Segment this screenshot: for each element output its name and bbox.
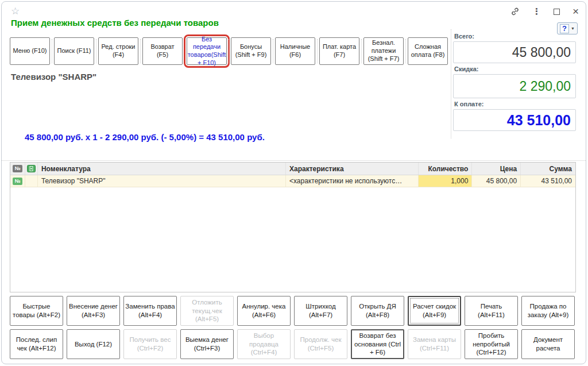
current-item-title: Телевизор "SHARP": [11, 72, 96, 82]
change-rights-button[interactable]: Заменить права (Alt+F4): [123, 296, 177, 326]
select-seller-button: Выбор продавца (Ctrl+F4): [237, 329, 291, 359]
price-column-header[interactable]: Цена: [472, 163, 521, 175]
favorite-star-icon[interactable]: ☆: [11, 5, 20, 17]
bottom-buttons-row2: Послед. слип чек (Alt+F12) Выход (F12) П…: [10, 329, 575, 359]
discount-field: 2 290,00: [453, 74, 576, 98]
row-money-cell: [25, 175, 38, 187]
no-goods-transfer-button[interactable]: Без передачи товаров(Shift + F10): [187, 37, 227, 65]
panel-divider: [451, 29, 451, 138]
page-title: Прием денежных средств без передачи това…: [11, 18, 219, 28]
price-cell[interactable]: 45 800,00: [472, 175, 521, 187]
number-column-header: №: [10, 163, 25, 175]
table-divider: [2, 160, 586, 161]
window-controls: ⋮ ×: [510, 6, 579, 17]
items-table[interactable]: № Номенклатура Характеристика Количество…: [10, 162, 576, 292]
void-receipt-button[interactable]: Аннулир. чека (Alt+F6): [237, 296, 291, 326]
get-weight-button: Получить вес (Ctrl+F2): [123, 329, 177, 359]
row-number-icon: №: [13, 165, 22, 172]
return-without-basis-button[interactable]: Возврат без основания (Ctrl + F6): [351, 329, 404, 359]
quantity-column-header[interactable]: Количество: [419, 163, 473, 175]
characteristic-cell[interactable]: <характеристики не используютс…: [286, 175, 419, 187]
price-calculation-formula: 45 800,00 руб. x 1 - 2 290,00 руб. (- 5,…: [25, 132, 265, 142]
replace-card-button: Замена карты (Ctrl+F11): [408, 329, 461, 359]
sale-by-order-button[interactable]: Продажа по заказу (Alt+9): [521, 296, 575, 326]
payable-label: К оплате:: [454, 101, 576, 107]
cash-button[interactable]: Наличные (F6): [275, 37, 315, 65]
payable-field: 43 510,00: [453, 109, 576, 131]
return-button[interactable]: Возврат (F5): [142, 37, 183, 65]
row-number-badge: №: [13, 178, 22, 185]
quick-goods-button[interactable]: Быстрые товары (Alt+F2): [10, 296, 63, 326]
table-row[interactable]: № Телевизор "SHARP" <характеристики не и…: [10, 175, 575, 187]
command-toolbar: Меню (F10) Поиск (F11) Ред. строки (F4) …: [10, 37, 450, 65]
payment-card-button[interactable]: Плат. карта (F7): [319, 37, 359, 65]
money-column-header: [25, 163, 38, 175]
total-field: 45 800,00: [453, 41, 576, 63]
quantity-cell[interactable]: 1,000: [419, 175, 473, 187]
maximize-icon[interactable]: [554, 9, 560, 15]
money-icon: [27, 165, 36, 172]
postpone-receipt-button: Отложить текущ.чек (Alt+F5): [180, 296, 234, 326]
open-drawer-button[interactable]: Открыть ДЯ (Alt+F8): [351, 296, 404, 326]
cashless-payments-button[interactable]: Безнал. платежи (Shift + F7): [363, 37, 404, 65]
sum-cell[interactable]: 43 510,00: [521, 175, 575, 187]
sum-column-header[interactable]: Сумма: [521, 163, 575, 175]
search-button[interactable]: Поиск (F11): [54, 37, 94, 65]
print-button[interactable]: Печать (Alt+F11): [465, 296, 518, 326]
table-header-row: № Номенклатура Характеристика Количество…: [10, 163, 575, 175]
nomenclature-column-header[interactable]: Номенклатура: [38, 163, 286, 175]
continue-receipt-button: Продолж. чек (Ctrl+F5): [294, 329, 347, 359]
link-icon[interactable]: [510, 7, 520, 16]
punch-unpunched-button[interactable]: Пробить непробитый (Ctrl+F12): [465, 329, 518, 359]
nomenclature-cell[interactable]: Телевизор "SHARP": [38, 175, 286, 187]
pos-window: ☆ ⋮ × Прием денежных средств без передач…: [1, 1, 586, 364]
last-slip-button[interactable]: Послед. слип чек (Alt+F12): [10, 329, 63, 359]
totals-panel: Всего: 45 800,00 Скидка: 2 290,00 К опла…: [453, 30, 576, 131]
more-menu-icon[interactable]: ⋮: [532, 6, 541, 17]
discount-label: Скидка:: [454, 66, 576, 72]
calc-discounts-button[interactable]: Расчет скидок (Alt+F9): [408, 296, 461, 326]
bottom-buttons-row1: Быстрые товары (Alt+F2) Внесение денег (…: [10, 296, 575, 326]
deposit-money-button[interactable]: Внесение денег (Alt+F3): [67, 296, 120, 326]
row-number-cell: №: [10, 175, 25, 187]
complex-payment-button[interactable]: Сложная оплата (F8): [408, 37, 448, 65]
menu-button[interactable]: Меню (F10): [10, 37, 50, 65]
close-icon[interactable]: ×: [572, 8, 579, 15]
settlement-document-button[interactable]: Документ расчета: [521, 329, 575, 359]
exit-button[interactable]: Выход (F12): [67, 329, 120, 359]
characteristic-column-header[interactable]: Характеристика: [286, 163, 419, 175]
total-label: Всего:: [454, 33, 576, 40]
chevron-down-icon: ▼: [571, 26, 575, 30]
bonuses-button[interactable]: Бонусы (Shift + F9): [231, 37, 271, 65]
withdraw-money-button[interactable]: Выемка денег (Ctrl+F3): [180, 329, 234, 359]
barcode-button[interactable]: Штрихкод (Alt+F7): [294, 296, 347, 326]
edit-row-button[interactable]: Ред. строки (F4): [98, 37, 138, 65]
